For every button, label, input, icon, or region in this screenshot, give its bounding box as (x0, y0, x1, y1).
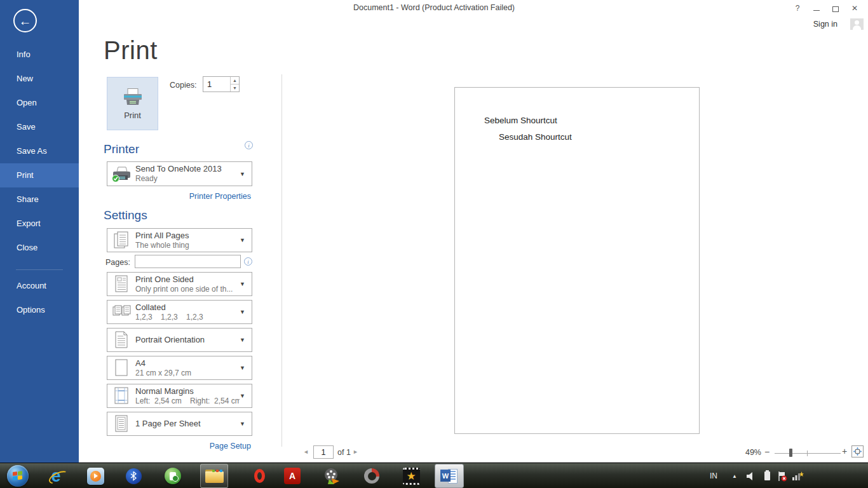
volume-tray-icon[interactable] (743, 464, 759, 488)
action-center-tray-icon[interactable] (774, 464, 789, 488)
wireless-signal-icon (792, 471, 804, 481)
chevron-down-icon: ▼ (240, 309, 252, 315)
document-text-line: Sebelum Shourtcut (484, 116, 557, 125)
media-player-icon (87, 468, 104, 485)
printer-name: Send To OneNote 2013 (135, 164, 240, 174)
avatar[interactable] (850, 18, 864, 30)
copies-input[interactable] (203, 77, 230, 92)
collation-selector[interactable]: Collated 1,2,3 1,2,3 1,2,3 ▼ (107, 300, 252, 324)
sidebar-divider (16, 269, 63, 270)
restore-button[interactable] (826, 2, 845, 15)
panel-divider (281, 74, 282, 447)
sidebar-item-close[interactable]: Close (0, 236, 79, 260)
folder-icon (205, 470, 224, 483)
copies-stepper: ▲ ▼ (203, 76, 240, 92)
orientation-selector[interactable]: Portrait Orientation ▼ (107, 328, 252, 352)
dropdown-title: A4 (135, 358, 240, 369)
language-indicator[interactable]: IN (704, 464, 723, 488)
battery-icon (764, 471, 770, 480)
pages-label: Pages: (105, 258, 130, 267)
sidebar-item-account[interactable]: Account (0, 274, 79, 298)
taskbar-word-active[interactable]: W (435, 464, 464, 488)
taskbar-internet-explorer[interactable]: e (43, 464, 69, 488)
page-setup-link[interactable]: Page Setup (210, 442, 251, 451)
start-button[interactable] (5, 464, 31, 488)
zoom-in-button[interactable]: + (842, 446, 847, 456)
sidebar-item-export[interactable]: Export (0, 212, 79, 236)
print-preview-page: Sebelum Shourtcut Sesudah Shourtcut (454, 87, 700, 434)
chevron-down-icon: ▼ (240, 393, 252, 399)
sign-in-link[interactable]: Sign in (813, 20, 837, 29)
sidebar-item-info[interactable]: Info (0, 43, 79, 67)
pages-info-icon[interactable]: i (244, 257, 252, 266)
margins-selector[interactable]: Normal Margins Left: 2,54 cm Right: 2,54… (107, 384, 252, 408)
chevron-down-icon: ▼ (240, 171, 252, 177)
copies-decrement-button[interactable]: ▼ (231, 85, 239, 92)
chevron-up-icon: ▲ (732, 473, 737, 479)
pages-per-sheet-selector[interactable]: 1 Page Per Sheet ▼ (107, 412, 252, 436)
next-page-button[interactable]: ► (353, 449, 358, 455)
taskbar-opera[interactable] (247, 464, 272, 488)
print-range-selector[interactable]: Print All Pages The whole thing ▼ (107, 228, 252, 252)
dropdown-subtitle: Only print on one side of th... (135, 285, 240, 294)
zoom-slider-track[interactable] (775, 453, 841, 454)
pages-input[interactable] (135, 255, 241, 268)
word-icon: W (440, 468, 459, 484)
zoom-slider-center-tick (807, 451, 808, 456)
print-button-label: Print (124, 111, 141, 120)
zoom-slider-thumb[interactable] (789, 449, 792, 457)
minimize-button[interactable] (807, 2, 826, 15)
backstage-sidebar: ← Info New Open Save Save As Print Share… (0, 0, 79, 463)
taskbar-media-player[interactable] (83, 464, 108, 488)
current-page-input[interactable]: 1 (313, 445, 334, 459)
chevron-down-icon: ▼ (240, 337, 252, 343)
printer-properties-link[interactable]: Printer Properties (189, 192, 251, 201)
sidebar-item-new[interactable]: New (0, 67, 79, 91)
collated-icon (107, 303, 135, 321)
taskbar-bluetooth[interactable] (121, 464, 146, 488)
taskbar-movie-maker[interactable] (319, 464, 344, 488)
duplex-selector[interactable]: Print One Sided Only print on one side o… (107, 272, 252, 296)
sidebar-item-save-as[interactable]: Save As (0, 139, 79, 163)
minimize-icon (813, 10, 820, 11)
previous-page-button[interactable]: ◄ (303, 449, 309, 455)
windows-start-icon (7, 465, 29, 487)
one-sided-icon (107, 274, 135, 294)
back-button[interactable]: ← (13, 9, 37, 32)
sidebar-item-options[interactable]: Options (0, 298, 79, 322)
printer-info-icon[interactable]: i (245, 141, 253, 149)
speaker-icon (747, 472, 756, 480)
zoom-to-page-icon (853, 447, 862, 456)
battery-tray-icon[interactable] (760, 464, 774, 488)
bluetooth-icon (126, 468, 142, 484)
print-button[interactable]: Print (107, 77, 158, 130)
sync-ring-icon (364, 468, 379, 484)
copies-increment-button[interactable]: ▲ (231, 77, 239, 85)
taskbar-line-app[interactable] (160, 464, 186, 488)
show-hidden-icons-button[interactable]: ▲ (727, 464, 742, 488)
sidebar-item-print[interactable]: Print (0, 163, 79, 187)
sidebar-item-save[interactable]: Save (0, 115, 79, 139)
taskbar-adobe-reader[interactable]: A (280, 464, 305, 488)
help-button[interactable]: ? (788, 2, 807, 15)
close-button[interactable]: ✕ (845, 2, 864, 15)
zoom-level-label[interactable]: 49% (738, 448, 761, 457)
taskbar-video-editor[interactable]: ★ (398, 464, 424, 488)
internet-explorer-icon: e (51, 468, 60, 485)
dropdown-subtitle: 1,2,3 1,2,3 1,2,3 (135, 313, 240, 322)
window-controls: ? ✕ (788, 2, 864, 15)
paper-size-icon (107, 358, 135, 377)
zoom-out-button[interactable]: − (764, 447, 770, 457)
zoom-to-page-button[interactable] (851, 445, 864, 458)
back-arrow-icon: ← (19, 15, 32, 27)
paper-size-selector[interactable]: A4 21 cm x 29,7 cm ▼ (107, 356, 252, 380)
sidebar-item-share[interactable]: Share (0, 187, 79, 212)
adobe-reader-icon: A (284, 468, 301, 484)
sidebar-item-open[interactable]: Open (0, 91, 79, 115)
printer-selector[interactable]: Send To OneNote 2013 Ready ▼ (107, 161, 252, 186)
network-tray-icon[interactable] (789, 464, 806, 488)
margins-icon (107, 386, 135, 405)
taskbar-sync-app[interactable] (359, 464, 384, 488)
word-backstage-window: Document1 - Word (Product Activation Fai… (0, 0, 868, 488)
taskbar-windows-explorer[interactable] (200, 464, 228, 488)
